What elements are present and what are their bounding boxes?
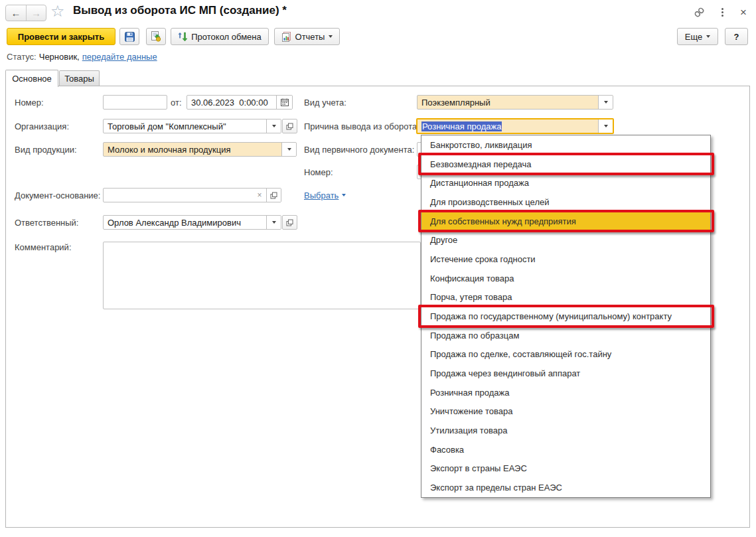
base-document-open-button[interactable] [266,189,281,202]
dropdown-item[interactable]: Розничная продажа [421,383,710,402]
responsible-combo[interactable]: Орлов Александр Владимирович [103,215,281,230]
reason-dropdown-button[interactable] [598,119,613,133]
reports-caret-icon [329,35,333,38]
date-input[interactable]: 30.06.2023 0:00:00 [187,95,293,110]
open-form-icon [270,192,277,199]
exchange-protocol-button[interactable]: Протокол обмена [171,28,269,45]
dropdown-item[interactable]: Истечение срока годности [421,250,710,269]
dropdown-item[interactable]: Банкротство, ликвидация [421,135,710,155]
reason-value: Розничная продажа [417,119,598,133]
chevron-down-icon [287,148,291,151]
kebab-menu-icon[interactable] [719,7,725,17]
account-type-label: Вид учета: [304,95,346,110]
number-value [104,96,167,109]
clear-icon: × [257,191,262,200]
organization-dropdown-button[interactable] [266,119,281,133]
reports-label: Отчеты [295,32,325,42]
dropdown-item[interactable]: Уничтожение товара [421,402,710,422]
responsible-label: Ответственный: [15,215,78,230]
back-icon: ← [11,7,21,19]
dropdown-item[interactable]: Безвозмездная передача [421,155,710,174]
exchange-protocol-label: Протокол обмена [191,32,262,42]
organization-value: Торговый дом "Комплексный" [104,119,266,133]
chevron-down-icon [272,221,276,224]
primary-doc-number-label: Номер: [304,165,333,179]
dropdown-item[interactable]: Экспорт в страны ЕАЭС [421,459,710,479]
choose-caret-icon [342,194,346,196]
account-type-dropdown-button[interactable] [598,96,613,109]
clear-button[interactable]: × [253,189,266,202]
product-type-label: Вид продукции: [15,142,77,157]
more-button[interactable]: Еще [677,28,718,45]
dropdown-item[interactable]: Продажа через вендинговый аппарат [421,364,710,383]
organization-open-button[interactable] [282,119,297,133]
account-type-value: Поэкземплярный [417,96,598,109]
open-form-icon [286,219,293,226]
reports-icon [281,32,291,42]
calendar-icon [281,98,289,106]
favorite-star-icon[interactable]: ☆ [50,2,65,21]
back-button[interactable]: ← [6,5,26,21]
product-type-value: Молоко и молочная продукция [104,143,281,156]
number-input[interactable] [103,95,167,110]
choose-link-wrap: Выбрать [304,188,346,202]
calendar-button[interactable] [276,96,292,109]
comment-input[interactable] [103,242,421,309]
tab-main[interactable]: Основное [5,70,58,87]
organization-combo[interactable]: Торговый дом "Комплексный" [103,119,281,133]
organization-label: Организация: [15,119,69,133]
responsible-open-button[interactable] [282,215,297,230]
get-link-icon[interactable] [694,7,705,18]
tab-goods[interactable]: Товары [59,70,100,86]
dropdown-item[interactable]: Экспорт за пределы стран ЕАЭС [421,478,710,497]
reason-dropdown-panel: Банкротство, ликвидацияБезвозмездная пер… [421,135,711,498]
more-label: Еще [685,32,702,42]
primary-doc-type-label: Вид первичного документа: [304,142,414,157]
save-icon [125,32,135,42]
page-title: Вывод из оборота ИС МП (создание) * [73,4,287,17]
help-button[interactable]: ? [725,28,748,45]
document-window: ← → ☆ Вывод из оборота ИС МП (создание) … [0,0,756,537]
base-document-label: Документ-основание: [15,188,100,202]
post-document-icon [151,31,161,42]
more-caret-icon [706,35,710,38]
forward-icon: → [31,7,41,19]
reason-label: Причина вывода из оборота: [304,119,419,133]
dropdown-item[interactable]: Фасовка [421,440,710,459]
number-label: Номер: [15,95,44,110]
dropdown-item[interactable]: Утилизация товара [421,421,710,440]
send-data-link[interactable]: передайте данные [82,52,157,62]
reason-combo[interactable]: Розничная продажа [416,118,614,134]
save-button[interactable] [119,28,139,45]
post-document-button[interactable] [146,28,166,45]
status-line: Статус:Черновик,передайте данные [7,52,157,62]
chevron-down-icon [272,125,276,127]
reason-dropdown-list: Банкротство, ликвидацияБезвозмездная пер… [421,135,710,497]
account-type-combo[interactable]: Поэкземплярный [417,95,613,110]
responsible-dropdown-button[interactable] [266,216,281,229]
forward-button[interactable]: → [26,5,46,21]
dropdown-item[interactable]: Продажа по сделке, составляющей гос.тайн… [421,345,710,364]
dropdown-item[interactable]: Для собственных нужд предприятия [421,212,710,231]
base-document-input[interactable]: × [103,188,281,202]
dropdown-item[interactable]: Конфискация товара [421,269,710,288]
product-type-combo[interactable]: Молоко и молочная продукция [103,142,297,157]
product-type-dropdown-button[interactable] [281,143,296,156]
status-value: Черновик, [39,52,80,62]
open-form-icon [286,123,293,130]
base-document-value [104,189,253,202]
dropdown-item[interactable]: Дистанционная продажа [421,173,710,192]
dropdown-item[interactable]: Для производственных целей [421,192,710,212]
nav-arrows: ← → [5,5,46,21]
dropdown-item[interactable]: Другое [421,230,710,250]
dropdown-item[interactable]: Порча, утеря товара [421,287,710,307]
reports-button[interactable]: Отчеты [274,28,340,45]
post-and-close-button[interactable]: Провести и закрыть [7,28,115,45]
dropdown-item[interactable]: Продажа по государственному (муниципальн… [421,307,710,326]
date-label: от: [171,95,182,110]
date-value: 30.06.2023 0:00:00 [187,96,276,109]
status-label: Статус: [7,52,37,62]
close-icon[interactable]: × [740,7,747,18]
dropdown-item[interactable]: Продажа по образцам [421,326,710,345]
choose-link[interactable]: Выбрать [304,191,339,200]
